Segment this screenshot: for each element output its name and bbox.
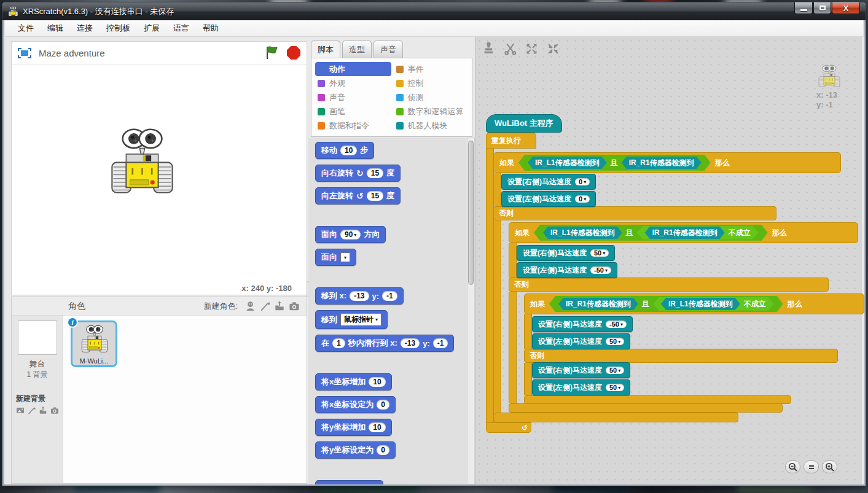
category-item[interactable]: 外观 — [315, 76, 391, 90]
if-block-2-else-bar[interactable]: 否则 — [509, 278, 829, 292]
menu-item[interactable]: 连接 — [70, 20, 100, 36]
palette-block[interactable]: 将x坐标增加10 — [315, 373, 392, 390]
stage-sprite-robot[interactable] — [110, 126, 174, 196]
if-block-1-arm[interactable] — [493, 173, 501, 206]
sprite-thumbnail-selected[interactable]: i M-WuLi... — [71, 320, 117, 367]
category-item[interactable]: 画笔 — [315, 104, 391, 118]
sensor-block-ir-r1[interactable]: IR_R1传感器检测到 — [645, 227, 725, 239]
if-block-1-else-bar[interactable]: 否则 — [493, 206, 776, 220]
category-item[interactable]: 事件 — [394, 62, 470, 76]
dropdown-input[interactable]: 90▾ — [340, 230, 361, 239]
green-flag-button[interactable] — [265, 45, 280, 60]
motor-block[interactable]: 设置(右侧)马达速度50▾ — [532, 362, 630, 378]
number-input[interactable]: 10 — [369, 422, 385, 432]
if-block-3-arm[interactable] — [524, 314, 532, 349]
if-block-1-arm2[interactable] — [493, 220, 501, 413]
and-operator-1[interactable]: IR_L1传感器检测到 且 IR_R1传感器检测到 — [518, 155, 711, 171]
dropdown-menu-input[interactable]: ▾ — [340, 252, 350, 262]
upload-backdrop-button[interactable] — [38, 406, 48, 417]
tab-sounds[interactable]: 声音 — [373, 41, 403, 58]
if-block-3-arm2[interactable] — [524, 363, 532, 395]
script-area[interactable]: x: -13 y: -1 WuLiBot 主程序 重复执行 ↺ 如果 IR_L1… — [475, 37, 862, 484]
palette-block[interactable]: 向右旋转↻15度 — [315, 165, 401, 182]
category-item[interactable]: 控制 — [394, 76, 470, 90]
zoom-in-button[interactable] — [822, 460, 837, 473]
maximize-button[interactable] — [813, 2, 831, 14]
number-input[interactable]: 0 — [377, 400, 389, 410]
zoom-reset-button[interactable] — [803, 460, 819, 473]
sensor-block-ir-l1[interactable]: IR_L1传感器检测到 — [528, 157, 607, 169]
palette-block[interactable]: 将y坐标设定为0 — [315, 441, 396, 459]
palette-scrollbar[interactable] — [467, 138, 475, 484]
palette-scrollbar-thumb[interactable] — [468, 141, 474, 285]
tab-costumes[interactable]: 造型 — [342, 41, 372, 58]
menu-item[interactable]: 编辑 — [41, 20, 70, 36]
title-bar[interactable]: XRScratch(v1.6.3) - 没有连接串口 - 未保存 X — [2, 2, 866, 20]
number-input[interactable]: 0 — [377, 445, 389, 455]
tab-scripts[interactable]: 脚本 — [311, 41, 340, 58]
and-operator-3[interactable]: IR_R1传感器检测到 且 IR_L1传感器检测到 不成立 — [549, 296, 783, 312]
category-item[interactable]: 侦测 — [394, 90, 470, 104]
palette-block[interactable]: 碰到边缘就反弹 — [315, 480, 383, 484]
category-item[interactable]: 声音 — [315, 90, 391, 104]
not-operator-3[interactable]: IR_L1传感器检测到 不成立 — [653, 297, 774, 311]
upload-sprite-button[interactable] — [272, 300, 287, 313]
palette-block[interactable]: 移到 x:-13y:-1 — [315, 287, 404, 305]
backdrop-library-button[interactable] — [15, 406, 25, 417]
fullscreen-icon[interactable] — [18, 48, 31, 58]
stage-canvas[interactable] — [12, 64, 307, 284]
dropdown-menu-input[interactable]: 鼠标指针▾ — [340, 313, 381, 326]
scissors-icon[interactable] — [503, 42, 517, 55]
forever-block-bottom[interactable]: ↺ — [486, 422, 531, 433]
grow-icon[interactable] — [525, 42, 538, 55]
if-block-3-else-bar[interactable]: 否则 — [524, 349, 838, 363]
camera-sprite-button[interactable] — [287, 300, 302, 313]
close-button[interactable]: X — [832, 2, 860, 14]
motor-block[interactable]: 设置(左侧)马达速度50▾ — [532, 333, 630, 349]
and-operator-2[interactable]: IR_L1传感器检测到 且 IR_R1传感器检测到 不成立 — [534, 225, 768, 241]
motor-block[interactable]: 设置(右侧)马达速度0▾ — [501, 174, 596, 190]
number-input[interactable]: 15 — [367, 168, 383, 178]
if-block-2-header[interactable]: 如果 IR_L1传感器检测到 且 IR_R1传感器检测到 不成立 那么 — [509, 222, 858, 243]
palette-block[interactable]: 向左旋转↺15度 — [315, 187, 401, 204]
number-input[interactable]: -13 — [401, 338, 420, 348]
palette-block[interactable]: 将x坐标设定为0 — [315, 396, 396, 413]
number-input[interactable]: -1 — [382, 291, 397, 301]
number-input[interactable]: 10 — [340, 146, 357, 155]
category-item[interactable]: 数字和逻辑运算 — [394, 104, 470, 118]
number-input[interactable]: -1 — [433, 338, 448, 348]
if-block-2-arm2[interactable] — [509, 292, 517, 403]
if-block-3-header[interactable]: 如果 IR_R1传感器检测到 且 IR_L1传感器检测到 不成立 那么 — [524, 293, 864, 314]
category-item[interactable]: 动作 — [315, 62, 391, 76]
sensor-block-ir-l1[interactable]: IR_L1传感器检测到 — [543, 227, 622, 239]
menu-item[interactable]: 语言 — [166, 20, 196, 36]
forever-block-header[interactable]: 重复执行 — [486, 133, 536, 149]
motor-block[interactable]: 设置(右侧)马达速度50▾ — [517, 245, 615, 261]
stop-button[interactable] — [287, 46, 300, 60]
paint-backdrop-button[interactable] — [27, 406, 36, 417]
shrink-icon[interactable] — [546, 42, 560, 55]
if-block-3-close-bar[interactable] — [524, 395, 791, 404]
not-operator-2[interactable]: IR_R1传感器检测到 不成立 — [637, 226, 759, 239]
palette-block[interactable]: 将y坐标增加10 — [315, 419, 392, 436]
category-item[interactable]: 数据和指令 — [315, 118, 391, 133]
sensor-block-ir-r1[interactable]: IR_R1传感器检测到 — [558, 298, 638, 310]
zoom-out-button[interactable] — [785, 460, 800, 473]
new-sprite-library-button[interactable] — [243, 300, 257, 313]
number-input[interactable]: 1 — [332, 338, 345, 348]
motor-block[interactable]: 设置(左侧)马达速度-50▾ — [517, 262, 617, 278]
if-block-1-close-bar[interactable] — [493, 413, 738, 422]
if-block-2-close-bar[interactable] — [509, 403, 783, 413]
motor-block[interactable]: 设置(左侧)马达速度50▾ — [532, 379, 630, 395]
menu-item[interactable]: 文件 — [11, 20, 41, 36]
sprite-info-icon[interactable]: i — [67, 317, 78, 328]
minimize-button[interactable] — [794, 2, 813, 14]
stage-thumbnail[interactable] — [18, 320, 57, 355]
motor-block[interactable]: 设置(左侧)马达速度0▾ — [501, 191, 596, 207]
number-input[interactable]: 15 — [367, 191, 383, 201]
sensor-block-ir-l1[interactable]: IR_L1传感器检测到 — [661, 298, 740, 310]
hat-block-wulibot-main[interactable]: WuLiBot 主程序 — [486, 114, 562, 133]
number-input[interactable]: 10 — [369, 377, 385, 387]
palette-block[interactable]: 移动10步 — [315, 142, 374, 159]
stamp-icon[interactable] — [482, 42, 495, 55]
